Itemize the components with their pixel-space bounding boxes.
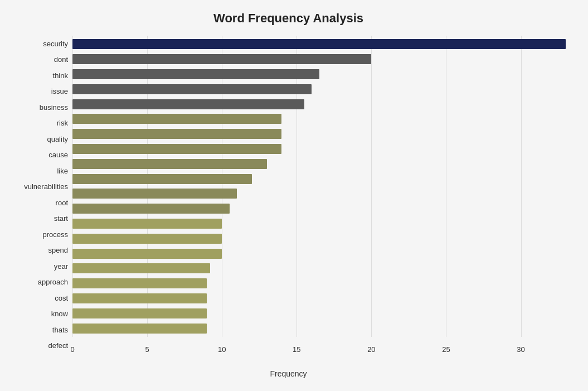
bar-row-cause	[72, 143, 566, 155]
bar-row-thats	[72, 307, 566, 320]
bar-row-quality	[72, 128, 566, 140]
bar-approach	[72, 263, 210, 273]
bar-row-year	[72, 248, 566, 260]
x-axis-title: Frequency	[11, 369, 566, 378]
y-label-defect: defect	[48, 342, 68, 349]
bar-risk	[72, 114, 281, 124]
bar-dont	[72, 54, 371, 64]
bar-row-spend	[72, 233, 566, 245]
bar-row-cost	[72, 277, 566, 289]
x-tick-30: 30	[517, 345, 524, 354]
bar-think	[72, 69, 319, 79]
x-tick-25: 25	[442, 345, 450, 354]
bar-row-issue	[72, 83, 566, 95]
y-labels: securitydontthinkissuebusinessriskqualit…	[11, 36, 72, 354]
chart-title: Word Frequency Analysis	[11, 11, 566, 26]
y-label-think: think	[53, 72, 68, 79]
bar-row-like	[72, 158, 566, 170]
y-label-thats: thats	[52, 326, 68, 334]
y-label-approach: approach	[38, 278, 68, 286]
bars-and-grid: 051015202530	[72, 36, 566, 354]
y-label-dont: dont	[54, 56, 68, 63]
bar-row-approach	[72, 262, 566, 274]
x-axis-labels: 051015202530	[72, 340, 566, 354]
chart-area: securitydontthinkissuebusinessriskqualit…	[11, 36, 566, 365]
x-tick-10: 10	[218, 345, 226, 354]
bar-cause	[72, 144, 281, 154]
bar-row-business	[72, 98, 566, 110]
bar-issue	[72, 84, 312, 94]
y-label-spend: spend	[48, 247, 68, 254]
x-tick-0: 0	[70, 345, 74, 354]
y-label-process: process	[42, 231, 68, 238]
y-label-risk: risk	[57, 119, 68, 127]
x-tick-5: 5	[145, 345, 149, 354]
bar-row-think	[72, 68, 566, 80]
y-label-start: start	[54, 215, 68, 222]
bar-root	[72, 189, 237, 199]
bar-process	[72, 219, 222, 229]
bar-row-security	[72, 38, 566, 50]
bar-year	[72, 249, 222, 259]
y-label-cause: cause	[48, 151, 68, 158]
bar-row-process	[72, 218, 566, 230]
bar-thats	[72, 308, 207, 318]
bar-vulnerabilities	[72, 174, 252, 184]
bar-row-start	[72, 202, 566, 215]
bar-security	[72, 39, 566, 49]
bar-row-defect	[72, 322, 566, 335]
bar-row-know	[72, 292, 566, 305]
y-label-know: know	[51, 310, 68, 317]
bar-quality	[72, 129, 281, 139]
bar-cost	[72, 278, 207, 288]
bar-business	[72, 99, 304, 109]
y-label-issue: issue	[51, 88, 68, 95]
bar-know	[72, 293, 207, 303]
bar-like	[72, 159, 267, 169]
y-label-quality: quality	[47, 136, 68, 143]
y-label-business: business	[40, 104, 68, 111]
y-label-year: year	[54, 263, 68, 270]
y-label-like: like	[57, 167, 68, 175]
y-label-root: root	[56, 199, 68, 206]
y-label-vulnerabilities: vulnerabilities	[24, 183, 68, 190]
bar-row-risk	[72, 113, 566, 125]
bar-row-root	[72, 187, 566, 200]
bar-defect	[72, 324, 207, 334]
x-tick-15: 15	[293, 345, 300, 354]
bar-row-vulnerabilities	[72, 173, 566, 185]
bar-spend	[72, 234, 222, 244]
y-label-cost: cost	[55, 295, 68, 302]
x-tick-20: 20	[367, 345, 375, 354]
bar-start	[72, 204, 230, 214]
y-label-security: security	[43, 40, 68, 47]
bar-row-dont	[72, 53, 566, 65]
bars-wrapper	[72, 36, 566, 337]
chart-container: Word Frequency Analysis securitydontthin…	[0, 0, 588, 391]
